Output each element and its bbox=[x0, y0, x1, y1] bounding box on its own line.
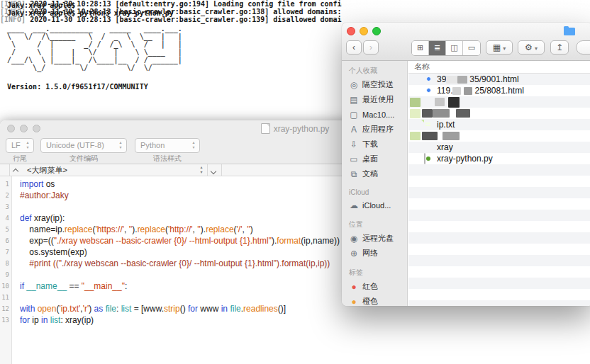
line-number: 11 bbox=[0, 292, 11, 303]
code-token: ). bbox=[132, 224, 137, 234]
code-token: replace bbox=[65, 224, 92, 234]
column-view-button[interactable]: ◫ bbox=[446, 41, 463, 55]
file-row[interactable]: ip.txt bbox=[408, 119, 590, 130]
forward-button[interactable]: › bbox=[363, 40, 379, 55]
action-menu-button[interactable]: ⚙ ▾ bbox=[518, 40, 545, 55]
file-row[interactable]: xray bbox=[408, 142, 590, 153]
file-row[interactable] bbox=[408, 108, 590, 119]
code-token: , bbox=[124, 224, 129, 234]
sidebar-item-tag-red[interactable]: ●红色 bbox=[342, 279, 407, 294]
outline-up-button[interactable] bbox=[13, 166, 18, 175]
chevron-up-icon bbox=[13, 169, 18, 174]
code-token: strip bbox=[164, 304, 180, 314]
file-icon-holder bbox=[424, 120, 434, 130]
sidebar-item-recents[interactable]: ▤最近使用 bbox=[342, 92, 407, 107]
share-button[interactable]: ↥ bbox=[550, 40, 569, 55]
finder-file-area: 名称 3935/9001.html119.25/8081.htmlip.txtx… bbox=[408, 61, 590, 306]
sidebar-item-desktop[interactable]: ▭桌面 bbox=[342, 152, 407, 166]
line-number: 10 bbox=[0, 280, 11, 292]
encoding-value: Unicode (UTF-8) bbox=[46, 141, 104, 149]
gallery-view-button[interactable]: ▭ bbox=[463, 41, 480, 55]
chevron-down-icon: ▾ bbox=[503, 45, 506, 52]
remote-disc-icon: ◉ bbox=[349, 234, 359, 244]
code-token: for bbox=[20, 315, 30, 325]
sidebar-item-downloads[interactable]: ⇩下载 bbox=[342, 137, 407, 152]
network-icon: ⊕ bbox=[349, 249, 359, 258]
file-row[interactable]: 119.25/8081.html bbox=[408, 85, 590, 96]
minimize-button[interactable] bbox=[360, 27, 368, 35]
redaction-block bbox=[410, 98, 421, 107]
group-button[interactable]: ▦ ▾ bbox=[486, 40, 513, 55]
view-mode-control: ⊞≣◫▭ bbox=[411, 40, 481, 56]
sidebar-item-applications[interactable]: A应用程序 bbox=[342, 122, 407, 137]
sidebar-item-tag-orange[interactable]: ●橙色 bbox=[342, 294, 407, 306]
encoding-label: 文件编码 bbox=[40, 154, 127, 164]
desktop-icon: ▭ bbox=[349, 154, 359, 164]
sidebar-item-document[interactable]: ▢Mac10.... bbox=[342, 107, 407, 122]
code-token: www bbox=[198, 304, 221, 314]
file-row[interactable] bbox=[408, 96, 590, 108]
sidebar-section-header: 位置 bbox=[342, 217, 407, 231]
toolbar-pill-button[interactable] bbox=[576, 40, 590, 55]
close-button[interactable] bbox=[347, 27, 355, 35]
syntax-value: Python bbox=[140, 141, 165, 149]
syntax-label: 语法样式 bbox=[135, 154, 200, 164]
tag-orange-icon: ● bbox=[349, 297, 359, 307]
stepper-icon: ▴▾ bbox=[25, 140, 30, 150]
icon-view-button[interactable]: ⊞ bbox=[412, 41, 429, 55]
redaction-block bbox=[448, 97, 460, 108]
encoding-select[interactable]: Unicode (UTF-8) ▴▾ bbox=[40, 138, 127, 153]
sidebar-section: 位置◉远程光盘⊕网络 bbox=[342, 217, 407, 261]
share-icon: ↥ bbox=[556, 42, 563, 52]
sidebar-item-airdrop[interactable]: ◎隔空投送 bbox=[342, 77, 407, 92]
back-button[interactable]: ‹ bbox=[346, 40, 362, 55]
sidebar-item-label: 远程光盘 bbox=[362, 233, 394, 244]
sidebar-item-label: 下载 bbox=[362, 139, 378, 149]
finder-window: ‹ › ⊞≣◫▭ ▦ ▾ ⚙ ▾ ↥ 个人收藏◎隔空投送▤最近使用▢Mac10.… bbox=[342, 23, 590, 306]
sidebar-item-documents[interactable]: ⧉文稿 bbox=[342, 166, 407, 181]
code-token: for bbox=[188, 304, 198, 314]
sidebar-item-remote-disc[interactable]: ◉远程光盘 bbox=[342, 231, 407, 246]
line-ending-select[interactable]: LF ▴▾ bbox=[6, 138, 34, 153]
code-token: ip bbox=[30, 315, 41, 325]
file-icon-holder bbox=[424, 74, 434, 84]
file-icon-holder bbox=[424, 86, 434, 96]
zoom-button[interactable] bbox=[372, 27, 381, 35]
code-token: "__main__" bbox=[82, 281, 125, 291]
list-view-button[interactable]: ≣ bbox=[429, 41, 446, 55]
sidebar-item-label: 橙色 bbox=[362, 296, 378, 306]
sidebar-item-label: Mac10.... bbox=[362, 110, 394, 119]
syntax-select[interactable]: Python ▴▾ bbox=[135, 138, 200, 153]
sidebar-section: iCloud☁iCloud... bbox=[342, 186, 407, 212]
line-number: 9 bbox=[0, 269, 11, 280]
line-number: 2 bbox=[0, 190, 11, 201]
file-name-text: xray bbox=[437, 142, 453, 152]
line-number-gutter: 12345678910111213 bbox=[0, 176, 12, 364]
split-editor-button[interactable] bbox=[211, 166, 216, 175]
code-token: ) bbox=[89, 304, 94, 314]
column-header-name[interactable]: 名称 bbox=[408, 61, 590, 74]
stepper-icon: ▴▾ bbox=[118, 140, 123, 150]
chevron-down-icon bbox=[211, 169, 216, 174]
sidebar-item-icloud-drive[interactable]: ☁iCloud... bbox=[342, 198, 407, 212]
code-token: "./xray webscan --basic-crawler {0}/ --h… bbox=[54, 236, 272, 246]
redaction-block bbox=[442, 132, 460, 140]
xray-ascii-banner: ____ ___.__________ _____ ____.___. \ \/… bbox=[7, 25, 182, 72]
stepper-icon: ▴▾ bbox=[191, 140, 196, 150]
outline-menu-select[interactable]: <大纲菜单> bbox=[27, 165, 67, 176]
file-row[interactable]: 3935/9001.html bbox=[408, 74, 590, 85]
line-ending-label: 行尾 bbox=[6, 154, 34, 164]
file-row[interactable] bbox=[408, 130, 590, 142]
documents-icon: ⧉ bbox=[349, 169, 359, 179]
version-text: Version: 1.5.0/f9651f17/COMMUNITY bbox=[7, 83, 148, 91]
file-row[interactable]: xray-python.py bbox=[408, 153, 590, 164]
code-token: #print (("./xray webscan --basic-crawler… bbox=[20, 258, 330, 268]
code-token: () bbox=[180, 304, 188, 314]
line-number: 13 bbox=[0, 314, 11, 326]
recents-icon: ▤ bbox=[349, 95, 359, 105]
sidebar-item-network[interactable]: ⊕网络 bbox=[342, 246, 407, 261]
code-token: name=ip. bbox=[20, 224, 65, 234]
line-number: 5 bbox=[0, 224, 11, 235]
line-number: 8 bbox=[0, 258, 11, 269]
code-token: ()] bbox=[278, 304, 286, 314]
